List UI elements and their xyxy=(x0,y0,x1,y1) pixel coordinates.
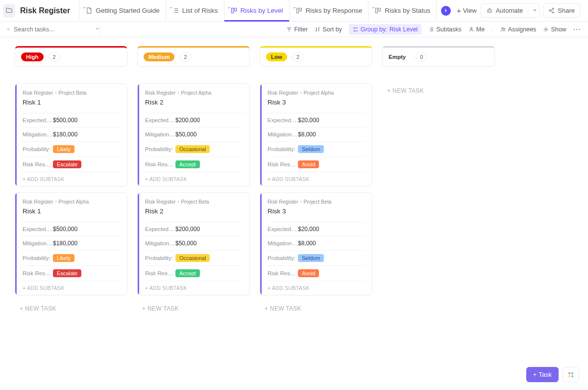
subtasks-button[interactable]: Subtasks xyxy=(428,26,461,33)
column-count: 2 xyxy=(49,52,60,61)
response-pill: Escalate xyxy=(53,269,81,277)
add-subtask-button[interactable]: + ADD SUBTASK xyxy=(145,172,244,186)
field-response: Risk Respo…Accept xyxy=(145,156,244,172)
view-tab-label: Getting Started Guide xyxy=(96,7,160,14)
task-card[interactable]: Risk Register›Project BetaRisk 2Expected… xyxy=(137,192,250,295)
svg-point-16 xyxy=(502,27,503,29)
assignees-button[interactable]: Assignees xyxy=(500,26,537,33)
breadcrumb[interactable]: Risk Register›Project Beta xyxy=(145,199,244,205)
add-view-label: View xyxy=(463,7,477,14)
view-tab-label: Risks by Status xyxy=(385,7,430,14)
task-card[interactable]: Risk Register›Project AlphaRisk 3Expecte… xyxy=(260,83,372,186)
view-tab-2[interactable]: ⌐Risks by Level xyxy=(224,0,289,22)
automate-button[interactable]: Automate xyxy=(481,3,540,18)
field-mitigation: Mitigation …$180,000 xyxy=(23,236,121,250)
share-icon xyxy=(548,7,555,14)
column-low: Low2Risk Register›Project AlphaRisk 3Exp… xyxy=(260,46,372,316)
view-tab-3[interactable]: ⌐Risks by Response xyxy=(289,0,368,22)
svg-rect-5 xyxy=(379,8,381,11)
field-mitigation: Mitigation …$8,000 xyxy=(268,127,366,141)
card-title: Risk 1 xyxy=(23,208,121,215)
breadcrumb[interactable]: Risk Register›Project Alpha xyxy=(268,90,366,96)
sort-button[interactable]: Sort by xyxy=(315,26,342,33)
add-subtask-button[interactable]: + ADD SUBTASK xyxy=(268,281,366,295)
toolbar: Filter Sort by Group by: Risk Level Subt… xyxy=(0,22,588,37)
new-task-button[interactable]: + NEW TASK xyxy=(260,301,372,316)
settings-icon xyxy=(543,26,549,32)
response-pill: Avoid xyxy=(298,269,319,277)
chevron-right-icon: › xyxy=(55,199,56,204)
breadcrumb[interactable]: Risk Register›Project Beta xyxy=(268,199,366,205)
chevron-right-icon xyxy=(443,8,448,13)
separator-dot: · xyxy=(491,26,493,33)
view-tab-label: Risks by Response xyxy=(306,7,363,14)
task-card[interactable]: Risk Register›Project BetaRisk 3Expected… xyxy=(260,192,372,295)
add-subtask-button[interactable]: + ADD SUBTASK xyxy=(23,281,121,295)
automate-label: Automate xyxy=(496,7,523,14)
add-subtask-button[interactable]: + ADD SUBTASK xyxy=(23,172,121,186)
svg-rect-6 xyxy=(488,9,491,12)
field-response: Risk Respo…Avoid xyxy=(268,265,366,281)
show-button[interactable]: Show xyxy=(543,26,566,33)
field-mitigation: Mitigation …$50,000 xyxy=(145,236,244,250)
column-badge: Medium xyxy=(144,52,174,61)
new-task-button[interactable]: + NEW TASK xyxy=(15,301,127,316)
add-view-button[interactable]: + View xyxy=(453,4,481,17)
field-mitigation: Mitigation …$180,000 xyxy=(23,127,121,141)
task-card[interactable]: Risk Register›Project AlphaRisk 2Expecte… xyxy=(137,83,250,186)
probability-pill: Likely xyxy=(53,254,74,262)
scroll-tabs-right[interactable] xyxy=(441,6,451,16)
field-expected: Expected C…$20,000 xyxy=(268,113,366,127)
column-header[interactable]: Empty0 xyxy=(382,46,495,67)
new-task-button[interactable]: + NEW TASK xyxy=(382,83,495,98)
search-input[interactable] xyxy=(14,26,91,33)
filter-button[interactable]: Filter xyxy=(286,26,308,33)
me-button[interactable]: Me xyxy=(468,26,485,33)
folder-button[interactable] xyxy=(3,4,15,18)
card-title: Risk 3 xyxy=(268,208,366,215)
new-task-button[interactable]: + NEW TASK xyxy=(137,301,250,316)
breadcrumb[interactable]: Risk Register›Project Beta xyxy=(23,90,121,96)
probability-pill: Occasional xyxy=(175,145,210,153)
column-header[interactable]: Medium2 xyxy=(137,46,250,67)
share-button[interactable]: Share xyxy=(543,3,580,18)
field-response: Risk Respo…Avoid xyxy=(268,156,366,172)
list-icon: ⌐ xyxy=(172,7,179,14)
column-header[interactable]: High2 xyxy=(15,46,127,67)
more-button[interactable]: ··· xyxy=(573,25,581,34)
view-tab-0[interactable]: ⌐Getting Started Guide xyxy=(79,0,166,22)
automate-chevron[interactable] xyxy=(528,7,538,14)
add-subtask-button[interactable]: + ADD SUBTASK xyxy=(145,281,244,295)
view-tab-label: List of Risks xyxy=(182,7,218,14)
task-card[interactable]: Risk Register›Project BetaRisk 1Expected… xyxy=(15,83,127,186)
view-tab-1[interactable]: ⌐List of Risks xyxy=(166,0,224,22)
filter-icon xyxy=(286,26,292,32)
breadcrumb[interactable]: Risk Register›Project Alpha xyxy=(23,199,121,205)
field-expected: Expected C…$500,000 xyxy=(23,222,121,236)
card-title: Risk 2 xyxy=(145,208,244,215)
column-empty: Empty0+ NEW TASK xyxy=(382,46,495,98)
task-card[interactable]: Risk Register›Project AlphaRisk 1Expecte… xyxy=(15,192,127,295)
field-probability: Probability:Likely xyxy=(23,141,121,156)
search-chevron[interactable] xyxy=(95,26,100,33)
breadcrumb[interactable]: Risk Register›Project Alpha xyxy=(145,90,244,96)
divider xyxy=(100,25,100,34)
field-probability: Probability:Likely xyxy=(23,250,121,265)
view-tab-label: Risks by Level xyxy=(241,7,283,14)
view-tab-5[interactable]: ⌐Costs of xyxy=(436,0,439,22)
add-subtask-button[interactable]: + ADD SUBTASK xyxy=(268,172,366,186)
svg-point-17 xyxy=(504,28,505,29)
card-title: Risk 1 xyxy=(23,99,121,106)
svg-rect-1 xyxy=(234,8,236,11)
probability-pill: Seldom xyxy=(298,145,324,153)
probability-pill: Likely xyxy=(53,145,74,153)
column-count: 0 xyxy=(416,52,427,61)
svg-point-18 xyxy=(545,28,547,30)
field-mitigation: Mitigation …$50,000 xyxy=(145,127,244,141)
group-by-button[interactable]: Group by: Risk Level xyxy=(349,24,422,35)
column-header[interactable]: Low2 xyxy=(260,46,372,67)
view-tab-4[interactable]: ⌐Risks by Status xyxy=(368,0,436,22)
svg-rect-0 xyxy=(231,8,233,13)
column-badge: High xyxy=(21,52,44,61)
response-pill: Escalate xyxy=(53,160,81,168)
